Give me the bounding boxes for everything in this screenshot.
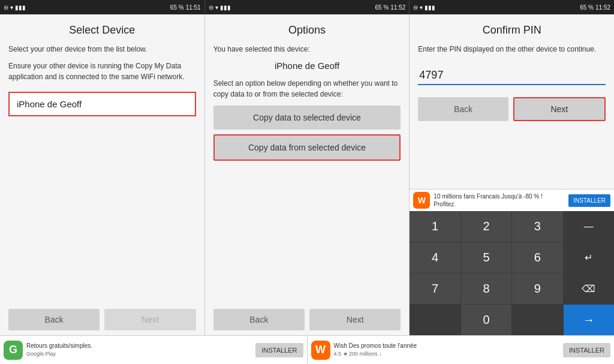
numpad-key-empty-left xyxy=(410,305,460,335)
panel3-next-button[interactable]: Next xyxy=(513,97,606,121)
pin-input[interactable] xyxy=(418,67,606,85)
pin-input-wrapper xyxy=(418,67,606,85)
numpad-key-backspace[interactable]: ⌫ xyxy=(564,273,614,304)
numpad: 1 2 3 — 4 5 6 ↵ 7 8 9 ⌫ 0 → xyxy=(410,211,614,335)
panel-options: Options You have selected this device: i… xyxy=(205,14,410,335)
panel-confirm-pin: Confirm PIN Enter the PIN displayed on t… xyxy=(410,14,614,335)
ad-install-btn-1[interactable]: INSTALLER xyxy=(255,343,303,357)
panel1-desc2: Ensure your other device is running the … xyxy=(8,61,196,82)
panel2-subdesc: Select an option below depending on whet… xyxy=(213,78,401,100)
numpad-key-dash[interactable]: — xyxy=(564,211,614,242)
ad-row: G Retours gratuits/simples. Google Play … xyxy=(0,335,614,364)
numpad-key-9[interactable]: 9 xyxy=(512,273,562,304)
ad-icon-1: G xyxy=(4,341,23,360)
keyboard-ad-text: 10 millions fans Francais Jusqu'à -80 % … xyxy=(434,192,565,208)
numpad-key-4[interactable]: 4 xyxy=(410,242,460,273)
notification-icon: ⊖ xyxy=(4,4,8,11)
status-right-3: 65 % 11:52 xyxy=(580,4,610,11)
status-right-1: 65 % 11:51 xyxy=(170,4,201,11)
ad-panel-1: G Retours gratuits/simples. Google Play … xyxy=(0,336,308,364)
panel3-desc: Enter the PIN displayed on the other dev… xyxy=(418,44,606,55)
status-bars: ⊖ ▾ ▮▮▮ 65 % 11:51 ⊖ ▾ ▮▮▮ 65 % 11:52 ⊖ … xyxy=(0,0,614,14)
wifi-icon-3: ▾ xyxy=(420,4,423,11)
main-panels: Select Device Select your other device f… xyxy=(0,14,614,335)
panel3-button-row: Back Next xyxy=(418,97,606,121)
panel2-desc: You have selected this device: xyxy=(213,44,401,55)
battery-pct-1: 65 % xyxy=(170,4,184,11)
ad-title-2: Wish Des promos toute l'année xyxy=(334,342,559,350)
status-icons-left-2: ⊖ ▾ ▮▮▮ xyxy=(209,4,231,11)
panel1-desc1: Select your other device from the list b… xyxy=(8,44,196,55)
numpad-key-3[interactable]: 3 xyxy=(512,211,562,242)
battery-pct-3: 65 % xyxy=(580,4,594,11)
ad-install-btn-2[interactable]: INSTALLER xyxy=(563,343,610,357)
numpad-key-0[interactable]: 0 xyxy=(461,305,511,335)
keyboard-install-button[interactable]: INSTALLER xyxy=(568,194,610,207)
signal-icon: ▮▮▮ xyxy=(15,4,26,11)
wifi-icon-2: ▾ xyxy=(215,4,218,11)
status-icons-left-1: ⊖ ▾ ▮▮▮ xyxy=(4,4,26,11)
ad-title-1: Retours gratuits/simples. xyxy=(26,342,252,350)
wifi-icon: ▾ xyxy=(10,4,13,11)
status-bar-2: ⊖ ▾ ▮▮▮ 65 % 11:52 xyxy=(205,0,410,14)
signal-icon-3: ▮▮▮ xyxy=(425,4,435,11)
ad-panel-2: W Wish Des promos toute l'année 4.5 ★ 20… xyxy=(308,336,615,364)
panel3-title: Confirm PIN xyxy=(418,24,606,37)
status-right-2: 65 % 11:52 xyxy=(375,4,406,11)
panel2-next-button[interactable]: Next xyxy=(309,309,401,330)
panel2-title: Options xyxy=(213,24,401,37)
numpad-key-2[interactable]: 2 xyxy=(461,211,511,242)
status-bar-3: ⊖ ▾ ▮▮▮ 65 % 11:52 xyxy=(410,0,614,14)
numpad-key-enter[interactable]: ↵ xyxy=(564,242,614,273)
keyboard-ad-line1: 10 millions fans Francais Jusqu'à -80 % … xyxy=(434,193,542,200)
panel2-device-name: iPhone de Geoff xyxy=(213,61,401,71)
signal-icon-2: ▮▮▮ xyxy=(220,4,231,11)
ad-icon-2: W xyxy=(311,341,330,360)
time-2: 11:52 xyxy=(390,4,405,11)
numpad-key-5[interactable]: 5 xyxy=(461,242,511,273)
notification-icon-3: ⊖ xyxy=(413,4,418,11)
panel1-title: Select Device xyxy=(8,24,196,37)
panel1-back-button[interactable]: Back xyxy=(8,309,100,330)
numpad-key-6[interactable]: 6 xyxy=(512,242,562,273)
numpad-key-go[interactable]: → xyxy=(564,305,614,335)
numpad-key-8[interactable]: 8 xyxy=(461,273,511,304)
panel2-button-row: Back Next xyxy=(213,303,401,335)
panel2-back-button[interactable]: Back xyxy=(213,309,305,330)
notification-icon-2: ⊖ xyxy=(209,4,213,11)
ad-sub-2: 4.5 ★ 200 millions ↓ xyxy=(334,350,559,358)
ad-text-2: Wish Des promos toute l'année 4.5 ★ 200 … xyxy=(334,342,559,358)
time-1: 11:51 xyxy=(186,4,201,11)
ad-sub-1: Google Play xyxy=(26,350,252,358)
keyboard-ad-line2: Profitez. xyxy=(434,201,456,207)
numpad-key-empty-right xyxy=(512,305,562,335)
panel1-next-button: Next xyxy=(104,309,195,330)
panel3-back-button[interactable]: Back xyxy=(418,97,508,121)
copy-from-button[interactable]: Copy data from selected device xyxy=(213,134,401,161)
time-3: 11:52 xyxy=(595,4,610,11)
panel-select-device: Select Device Select your other device f… xyxy=(0,14,205,335)
keyboard-ad-icon: W xyxy=(413,192,430,209)
status-bar-1: ⊖ ▾ ▮▮▮ 65 % 11:51 xyxy=(0,0,205,14)
device-name: iPhone de Geoff xyxy=(17,99,82,109)
status-icons-left-3: ⊖ ▾ ▮▮▮ xyxy=(413,4,435,11)
keyboard-ad-banner: W 10 millions fans Francais Jusqu'à -80 … xyxy=(410,189,614,211)
battery-pct-2: 65 % xyxy=(375,4,389,11)
numpad-key-7[interactable]: 7 xyxy=(410,273,460,304)
device-list-item[interactable]: iPhone de Geoff xyxy=(8,92,196,116)
keyboard-area: W 10 millions fans Francais Jusqu'à -80 … xyxy=(410,189,614,335)
ad-text-1: Retours gratuits/simples. Google Play xyxy=(26,342,252,358)
numpad-key-1[interactable]: 1 xyxy=(410,211,460,242)
copy-to-button[interactable]: Copy data to selected device xyxy=(213,106,401,130)
panel1-button-row: Back Next xyxy=(8,303,196,335)
